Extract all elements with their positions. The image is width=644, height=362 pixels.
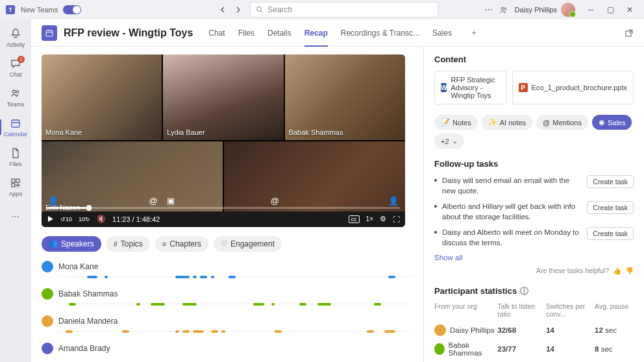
thumbs-up-icon[interactable]: 👍	[613, 267, 621, 275]
video-tile: Mona Kane	[42, 54, 162, 140]
new-teams-toggle[interactable]	[63, 5, 81, 14]
svg-point-6	[16, 91, 19, 93]
rail-more[interactable]: ⋯	[0, 202, 31, 231]
chip-notes[interactable]: 📝Notes	[434, 115, 478, 130]
svg-text:T: T	[8, 6, 12, 13]
people-icon[interactable]	[499, 5, 508, 14]
rail-files[interactable]: Files	[0, 143, 31, 171]
followup-heading: Follow-up tasks	[434, 159, 634, 169]
video-tile: Lydia Bauer	[163, 54, 283, 140]
search-icon	[256, 6, 264, 14]
rail-calendar[interactable]: Calendar	[0, 113, 31, 141]
rail-teams[interactable]: Teams	[0, 83, 31, 112]
filter-topics[interactable]: #Topics	[106, 236, 150, 252]
speaker-row: Daniela Mandera	[42, 315, 413, 333]
avatar	[42, 315, 53, 327]
svg-rect-8	[12, 179, 15, 182]
tab-sales[interactable]: Sales	[427, 19, 457, 47]
stat-row: Daisy Phillips32/681412 sec	[434, 322, 634, 339]
nav-forward-icon[interactable]	[232, 3, 245, 16]
task-row: Alberto and Hillary will get back with i…	[434, 201, 634, 222]
nav-back-icon[interactable]	[216, 3, 229, 16]
filter-chapters[interactable]: ≡Chapters	[155, 236, 208, 252]
svg-rect-7	[12, 120, 19, 127]
tab-recap[interactable]: Recap	[299, 19, 333, 47]
svg-point-5	[12, 90, 15, 93]
meeting-header: RFP review - Wingtip Toys ChatFilesDetai…	[31, 19, 644, 47]
chip-ainotes[interactable]: ✨AI notes	[482, 115, 532, 130]
svg-rect-9	[16, 179, 19, 182]
rail-chat[interactable]: Chat2	[0, 53, 31, 82]
word-icon: W	[441, 83, 447, 92]
svg-point-4	[504, 8, 506, 10]
bell-icon	[9, 27, 22, 40]
speaker-timeline[interactable]	[58, 302, 413, 306]
svg-point-2	[257, 7, 262, 12]
current-user[interactable]: Daisy Phillips	[515, 3, 575, 17]
content-heading: Content	[434, 54, 634, 64]
people-icon	[9, 87, 22, 100]
chip-sales[interactable]: ◉Sales	[592, 115, 632, 130]
speaker-row: Amanda Brady	[42, 343, 413, 354]
add-tab-button[interactable]: ＋	[466, 25, 482, 41]
tab-recordings-transc-[interactable]: Recordings & Transc...	[336, 19, 425, 47]
show-all-tasks[interactable]: Show all	[434, 254, 634, 261]
stat-row: Babak Shammas23/77148 sec	[434, 339, 634, 359]
file-chip[interactable]: WRFP Strategic Advisory - Wingtip Toys	[434, 71, 507, 104]
chip-mentions[interactable]: @Mentions	[536, 115, 588, 130]
apps-icon	[9, 176, 22, 189]
tab-files[interactable]: Files	[233, 19, 260, 47]
ppt-icon: P	[519, 83, 528, 92]
svg-point-3	[501, 7, 504, 10]
calendar-icon	[42, 25, 57, 41]
video-tile: Babak Shammas	[285, 54, 405, 140]
titlebar: T New Teams Search ⋯ Daisy Phillips ─ ▢ …	[0, 0, 644, 19]
popout-icon[interactable]	[625, 29, 634, 38]
video-player[interactable]: Mona Kane Lydia Bauer Babak Shammas Erik…	[42, 54, 405, 227]
avatar	[42, 288, 53, 300]
video-tile	[224, 141, 405, 227]
speaker-row: Mona Kane	[42, 261, 413, 279]
file-chip[interactable]: PEco_1_product_brochure.pptx	[512, 71, 634, 104]
minimize-icon[interactable]: ─	[582, 2, 600, 18]
maximize-icon[interactable]: ▢	[601, 2, 619, 18]
create-task-button[interactable]: Create task	[587, 175, 634, 188]
create-task-button[interactable]: Create task	[587, 227, 634, 240]
app-rail: ActivityChat2TeamsCalendarFilesApps⋯	[0, 19, 31, 362]
avatar	[434, 343, 445, 355]
filter-speakers[interactable]: 👥Speakers	[42, 236, 101, 252]
more-icon[interactable]: ⋯	[485, 5, 493, 14]
stats-heading: Participant statistics	[434, 286, 517, 296]
tab-chat[interactable]: Chat	[203, 19, 230, 47]
svg-rect-10	[12, 184, 15, 187]
files-icon	[9, 147, 22, 160]
page-title: RFP review - Wingtip Toys	[64, 27, 193, 39]
rail-activity[interactable]: Activity	[0, 23, 31, 52]
task-row: Daisy will send email an email with the …	[434, 175, 634, 196]
filter-engagement[interactable]: ♡Engagement	[214, 236, 282, 252]
avatar	[561, 3, 575, 17]
create-task-button[interactable]: Create task	[587, 201, 634, 214]
task-row: Daisy and Alberto will meet on Monday to…	[434, 227, 634, 248]
teams-icon: T	[5, 5, 16, 15]
avatar	[42, 261, 53, 272]
avatar	[434, 324, 446, 336]
video-tile: Erik Nason	[42, 141, 223, 227]
info-icon[interactable]: ⓘ	[520, 285, 528, 297]
helpful-label: Are these tasks helpful?	[536, 267, 609, 274]
tab-details[interactable]: Details	[262, 19, 297, 47]
speaker-timeline[interactable]	[58, 275, 413, 279]
chip-2[interactable]: +2 ⌄	[434, 134, 464, 149]
search-input[interactable]: Search	[250, 2, 438, 18]
avatar	[42, 343, 53, 354]
new-teams-label: New Teams	[21, 6, 58, 14]
speaker-row: Babak Shammas	[42, 288, 413, 306]
chevron-down-icon: ⌄	[452, 137, 458, 145]
rail-apps[interactable]: Apps	[0, 173, 31, 201]
thumbs-down-icon[interactable]: 👎	[625, 267, 634, 275]
speaker-timeline[interactable]	[58, 330, 413, 333]
svg-rect-11	[46, 30, 53, 36]
close-icon[interactable]: ✕	[621, 2, 639, 18]
calendar-icon	[9, 117, 22, 130]
